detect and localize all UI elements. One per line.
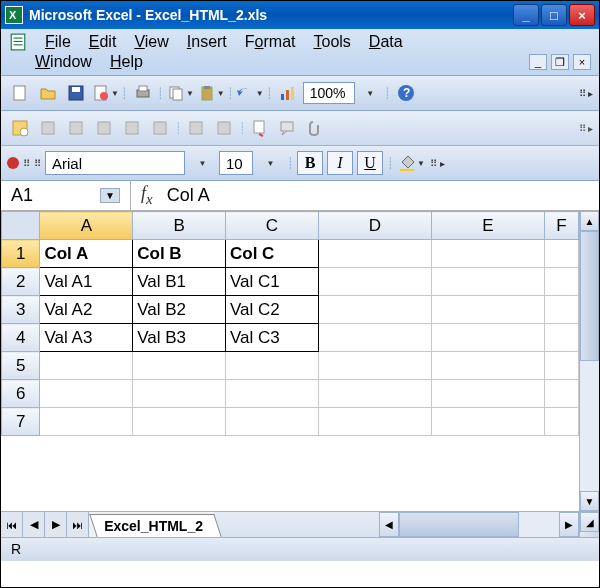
tab-nav-last[interactable]: ⏭ — [67, 512, 89, 537]
tab-nav-first[interactable]: ⏮ — [1, 512, 23, 537]
zoom-box[interactable]: 100% — [303, 82, 355, 104]
scroll-left-button[interactable]: ◀ — [379, 512, 399, 537]
cell-e3[interactable] — [431, 296, 544, 324]
cell-b4[interactable]: Val B3 — [133, 324, 226, 352]
cell[interactable] — [545, 408, 579, 436]
formula-value[interactable]: Col A — [163, 185, 214, 206]
cell-a1[interactable]: Col A — [40, 240, 133, 268]
font-name-box[interactable]: Arial — [45, 151, 185, 175]
maximize-button[interactable]: □ — [541, 4, 567, 26]
row-header-4[interactable]: 4 — [2, 324, 40, 352]
tool-5[interactable] — [119, 115, 145, 141]
print-button[interactable] — [130, 80, 156, 106]
italic-button[interactable]: I — [327, 151, 353, 175]
copy-button[interactable]: ▼ — [166, 80, 195, 106]
cell[interactable] — [40, 352, 133, 380]
tool-8[interactable] — [211, 115, 237, 141]
toolbar-options-icon[interactable]: ⠿ — [430, 158, 437, 169]
toolbar-overflow-icon[interactable]: ▸ — [588, 123, 593, 134]
record-macro-icon[interactable] — [7, 157, 19, 169]
name-box-dropdown[interactable]: ▼ — [100, 188, 120, 203]
spreadsheet-grid[interactable]: A B C D E F 1 Col A Col B Col C 2 Val A1… — [1, 211, 579, 436]
vertical-scrollbar[interactable]: ▲ ▼ — [579, 211, 599, 511]
zoom-dropdown[interactable]: ▼ — [357, 80, 383, 106]
cell-c2[interactable]: Val C1 — [225, 268, 318, 296]
cell-b2[interactable]: Val B1 — [133, 268, 226, 296]
cell-c4[interactable]: Val C3 — [225, 324, 318, 352]
cell[interactable] — [431, 380, 544, 408]
cell[interactable] — [133, 408, 226, 436]
open-button[interactable] — [35, 80, 61, 106]
cell-d1[interactable] — [318, 240, 431, 268]
minimize-button[interactable]: _ — [513, 4, 539, 26]
cell[interactable] — [40, 408, 133, 436]
paste-button[interactable]: ▼ — [197, 80, 226, 106]
tab-nav-prev[interactable]: ◀ — [23, 512, 45, 537]
row-header-7[interactable]: 7 — [2, 408, 40, 436]
menu-file[interactable]: File — [45, 33, 71, 51]
row-header-2[interactable]: 2 — [2, 268, 40, 296]
toolbar-overflow-icon[interactable]: ▸ — [588, 88, 593, 99]
cell[interactable] — [225, 408, 318, 436]
menu-help[interactable]: Help — [110, 53, 143, 71]
permissions-button[interactable]: ▼ — [91, 80, 120, 106]
cell-f2[interactable] — [545, 268, 579, 296]
cell-d2[interactable] — [318, 268, 431, 296]
cell[interactable] — [318, 380, 431, 408]
col-header-a[interactable]: A — [40, 212, 133, 240]
mdi-minimize-button[interactable]: _ — [529, 54, 547, 70]
menu-edit[interactable]: Edit — [89, 33, 117, 51]
research-button[interactable] — [247, 115, 273, 141]
chart-button[interactable] — [275, 80, 301, 106]
font-size-box[interactable]: 10 — [219, 151, 253, 175]
sheet-tab[interactable]: Excel_HTML_2 — [89, 514, 221, 537]
font-name-dropdown[interactable]: ▼ — [189, 150, 215, 176]
menu-window[interactable]: Window — [35, 53, 92, 71]
cell[interactable] — [133, 380, 226, 408]
cell-a4[interactable]: Val A3 — [40, 324, 133, 352]
cell-b1[interactable]: Col B — [133, 240, 226, 268]
tool-6[interactable] — [147, 115, 173, 141]
toolbar-overflow-icon[interactable]: ▸ — [440, 158, 445, 169]
scroll-up-button[interactable]: ▲ — [580, 211, 599, 231]
comment-button[interactable] — [275, 115, 301, 141]
cell-a2[interactable]: Val A1 — [40, 268, 133, 296]
cell-e2[interactable] — [431, 268, 544, 296]
font-size-dropdown[interactable]: ▼ — [257, 150, 283, 176]
col-header-b[interactable]: B — [133, 212, 226, 240]
cell-a3[interactable]: Val A2 — [40, 296, 133, 324]
fx-icon[interactable]: fx — [131, 183, 163, 208]
col-header-f[interactable]: F — [545, 212, 579, 240]
cell-e4[interactable] — [431, 324, 544, 352]
cell[interactable] — [225, 380, 318, 408]
row-header-6[interactable]: 6 — [2, 380, 40, 408]
col-header-c[interactable]: C — [225, 212, 318, 240]
cell[interactable] — [225, 352, 318, 380]
name-box[interactable]: A1 ▼ — [1, 181, 131, 210]
row-header-1[interactable]: 1 — [2, 240, 40, 268]
toolbar-handle-icon[interactable]: ⠿ — [23, 158, 30, 169]
attach-button[interactable] — [303, 115, 329, 141]
menu-tools[interactable]: Tools — [314, 33, 351, 51]
select-all-corner[interactable] — [2, 212, 40, 240]
toolbar-handle-icon[interactable]: ⠿ — [34, 158, 41, 169]
help-button[interactable]: ? — [393, 80, 419, 106]
menu-view[interactable]: View — [134, 33, 168, 51]
new-button[interactable] — [7, 80, 33, 106]
menu-format[interactable]: Format — [245, 33, 296, 51]
close-button[interactable]: × — [569, 4, 595, 26]
tool-3[interactable] — [63, 115, 89, 141]
underline-button[interactable]: U — [357, 151, 383, 175]
vertical-scroll-thumb[interactable] — [580, 231, 599, 361]
cell[interactable] — [40, 380, 133, 408]
bold-button[interactable]: B — [297, 151, 323, 175]
row-header-3[interactable]: 3 — [2, 296, 40, 324]
cell[interactable] — [431, 408, 544, 436]
cell-f3[interactable] — [545, 296, 579, 324]
scroll-right-button[interactable]: ▶ — [559, 512, 579, 537]
mdi-close-button[interactable]: × — [573, 54, 591, 70]
cell[interactable] — [545, 380, 579, 408]
cell[interactable] — [545, 352, 579, 380]
menu-insert[interactable]: Insert — [187, 33, 227, 51]
cell-f1[interactable] — [545, 240, 579, 268]
